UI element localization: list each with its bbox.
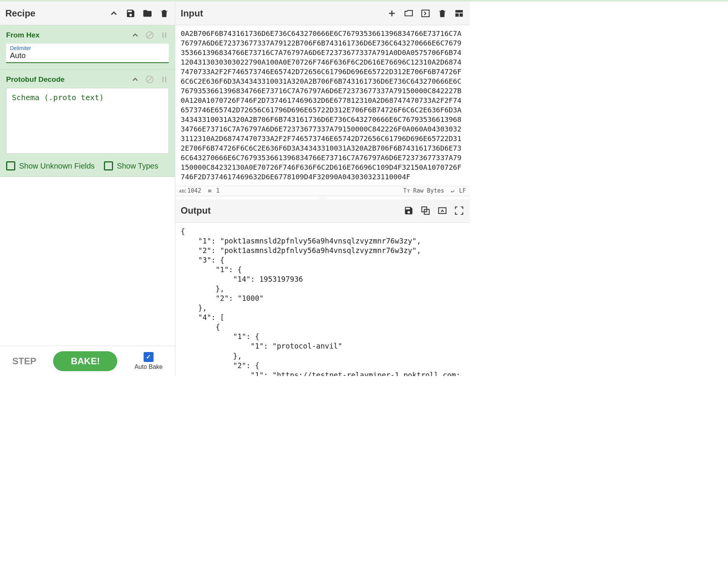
pause-icon[interactable] — [160, 75, 169, 84]
chevron-up-icon[interactable] — [108, 8, 119, 19]
svg-line-1 — [147, 32, 152, 38]
open-folder-icon[interactable] — [403, 8, 414, 19]
check-icon: ✓ — [144, 352, 154, 362]
svg-rect-3 — [165, 32, 166, 38]
svg-rect-13 — [459, 13, 463, 17]
disable-icon[interactable] — [145, 75, 154, 84]
bake-button[interactable]: BAKE! — [53, 351, 117, 371]
svg-rect-12 — [455, 13, 459, 17]
input-title: Input — [181, 8, 203, 19]
show-types-checkbox[interactable]: Show Types — [104, 161, 159, 170]
disable-icon[interactable] — [145, 31, 154, 40]
svg-rect-7 — [165, 77, 166, 82]
output-header: Output — [175, 199, 470, 223]
input-header: Input — [175, 2, 470, 25]
schema-input[interactable] — [6, 88, 169, 154]
svg-rect-11 — [455, 10, 463, 12]
copy-icon[interactable] — [420, 205, 431, 216]
input-statusbar: ABC1042 ≡ 1 Tᴛ Raw Bytes ↵ LF — [175, 186, 470, 196]
input-text[interactable]: 0A2B706F6B743161736D6E736C643270666E6C76… — [175, 25, 470, 186]
recipe-footer: STEP BAKE! ✓ Auto Bake — [0, 346, 175, 376]
import-icon[interactable] — [420, 8, 431, 19]
tabs-icon[interactable] — [454, 8, 464, 19]
svg-rect-6 — [162, 77, 163, 82]
delimiter-field[interactable]: Delimiter Auto — [6, 44, 169, 63]
fullscreen-icon[interactable] — [454, 205, 464, 216]
svg-line-5 — [147, 77, 152, 82]
svg-rect-2 — [162, 32, 163, 38]
folder-icon[interactable] — [142, 8, 153, 19]
save-icon[interactable] — [125, 8, 136, 19]
split-handle[interactable]: ⋯⋯ — [175, 196, 470, 199]
recipe-header: Recipe — [0, 2, 175, 25]
recipe-body: From Hex Delimiter Auto Protobuf Decode — [0, 25, 175, 346]
trash-icon[interactable] — [159, 8, 170, 19]
recipe-title: Recipe — [5, 8, 36, 19]
app-root: Recipe From Hex D — [0, 2, 470, 376]
pause-icon[interactable] — [160, 31, 169, 40]
recipe-panel: Recipe From Hex D — [0, 2, 175, 376]
operation-from-hex: From Hex Delimiter Auto — [0, 25, 175, 70]
chevron-up-icon[interactable] — [131, 31, 140, 40]
op-title-from-hex: From Hex — [6, 31, 40, 39]
show-unknown-fields-checkbox[interactable]: Show Unknown Fields — [6, 161, 95, 170]
io-panel: Input 0A2B706F6B743161736D6E736C64327066… — [175, 2, 470, 376]
autobake-toggle[interactable]: ✓ Auto Bake — [134, 352, 163, 370]
field-value: Auto — [10, 51, 165, 60]
save-icon[interactable] — [403, 205, 414, 216]
step-button[interactable]: STEP — [12, 356, 36, 367]
field-label: Delimiter — [10, 45, 165, 51]
output-text[interactable]: { "1": "pokt1asmnsld2pfnlvy56a9h4vnsqlzv… — [175, 223, 470, 377]
input-pane: Input 0A2B706F6B743161736D6E736C64327066… — [175, 2, 470, 196]
move-to-input-icon[interactable] — [437, 205, 448, 216]
plus-icon[interactable] — [387, 8, 397, 19]
operation-protobuf-decode: Protobuf Decode Show Unknown Fields — [0, 70, 175, 177]
op-title-protobuf: Protobuf Decode — [6, 75, 65, 84]
output-pane: Output { "1": "pokt1asmnsld2pfnlvy56a9h4… — [175, 199, 470, 377]
trash-icon[interactable] — [437, 8, 448, 19]
output-title: Output — [181, 205, 211, 216]
chevron-up-icon[interactable] — [131, 75, 140, 84]
